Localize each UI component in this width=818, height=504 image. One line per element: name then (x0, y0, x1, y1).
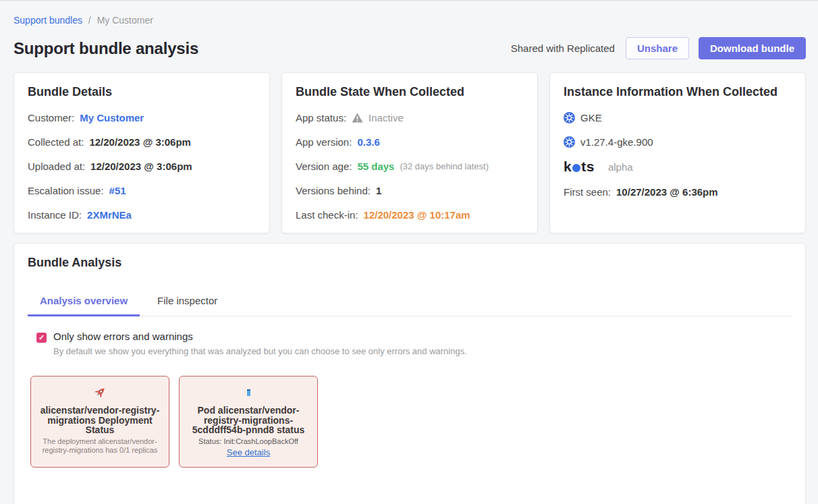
warning-icon (352, 113, 363, 123)
kots-channel: alpha (608, 161, 633, 173)
last-checkin-value: 12/20/2023 @ 10:17am (364, 209, 470, 221)
k8s-version-row: v1.27.4-gke.900 (564, 136, 792, 148)
app-status-value: Inactive (369, 112, 404, 123)
analyzer-results: alicenstar/vendor-registry-migrations De… (30, 376, 792, 468)
analyzer-description: The deployment alicenstar/vendor-registr… (39, 437, 161, 454)
checkmark-icon: ✓ (38, 333, 45, 342)
app-status-row: App status: Inactive (296, 112, 524, 123)
tab-file-inspector[interactable]: File inspector (145, 288, 229, 316)
filter-label[interactable]: Only show errors and warnings (53, 331, 467, 342)
instance-info-title: Instance Information When Collected (564, 85, 792, 99)
k8s-version-value: v1.27.4-gke.900 (580, 136, 653, 148)
analyzer-title: Pod alicenstar/vendor-registry-migration… (188, 405, 309, 435)
distribution-value: GKE (580, 112, 602, 123)
breadcrumb-current: My Customer (97, 15, 153, 26)
instance-info-card: Instance Information When Collected (549, 72, 806, 233)
page-title: Support bundle analysis (13, 39, 198, 58)
distribution-row: GKE (564, 112, 792, 123)
escalation-issue-link[interactable]: #51 (109, 185, 126, 196)
first-seen-row: First seen: 10/27/2023 @ 6:36pm (564, 186, 792, 198)
page-header: Support bundle analysis Shared with Repl… (13, 37, 806, 59)
filter-description: By default we show you everything that w… (53, 346, 467, 356)
errors-warnings-checkbox[interactable]: ✓ (36, 333, 47, 343)
bundle-state-title: Bundle State When Collected (296, 85, 524, 99)
analyzer-title: alicenstar/vendor-registry-migrations De… (39, 405, 161, 435)
see-details-link[interactable]: See details (227, 447, 270, 457)
versions-behind-value: 1 (376, 185, 381, 196)
version-age-value: 55 days (357, 161, 394, 172)
collected-at-value: 12/20/2023 @ 3:06pm (89, 136, 191, 148)
analyzer-card-deployment-status[interactable]: alicenstar/vendor-registry-migrations De… (30, 376, 169, 468)
kots-logo-o-icon (572, 164, 580, 172)
uploaded-at-value: 12/20/2023 @ 3:06pm (90, 161, 192, 172)
kubernetes-icon (564, 136, 575, 148)
header-actions: Shared with Replicated Unshare Download … (511, 37, 806, 59)
app-version-link[interactable]: 0.3.6 (357, 136, 379, 148)
instance-id-row: Instance ID: 2XMrNEa (28, 209, 256, 221)
tab-analysis-overview[interactable]: Analysis overview (28, 288, 140, 316)
app-version-row: App version: 0.3.6 (296, 136, 524, 148)
breadcrumb-separator: / (88, 15, 91, 26)
last-checkin-row: Last check-in: 12/20/2023 @ 10:17am (296, 209, 524, 221)
analysis-tabs: Analysis overview File inspector (28, 288, 792, 316)
analyzer-status: Status: Init:CrashLoopBackOff (188, 437, 309, 445)
collected-at-row: Collected at: 12/20/2023 @ 3:06pm (28, 136, 256, 148)
unshare-button[interactable]: Unshare (626, 37, 689, 59)
bundle-details-title: Bundle Details (28, 85, 256, 99)
bundle-state-card: Bundle State When Collected App status: … (281, 72, 538, 233)
versions-behind-row: Versions behind: 1 (296, 185, 524, 196)
instance-id-link[interactable]: 2XMrNEa (87, 209, 132, 221)
shared-status-text: Shared with Replicated (511, 43, 615, 54)
escalation-issue-row: Escalation issue: #51 (28, 185, 256, 196)
rocket-icon (39, 384, 161, 401)
customer-link[interactable]: My Customer (80, 112, 144, 123)
version-age-note: (32 days behind latest) (400, 161, 489, 171)
breadcrumb: Support bundles / My Customer (13, 1, 806, 26)
bundle-analysis-card: Bundle Analysis Analysis overview File i… (13, 243, 806, 504)
support-bundle-analysis-page: Support bundles / My Customer Support bu… (0, 1, 818, 504)
bundle-details-card: Bundle Details Customer: My Customer Col… (13, 72, 270, 233)
breadcrumb-support-bundles-link[interactable]: Support bundles (13, 15, 82, 26)
version-age-row: Version age: 55 days (32 days behind lat… (296, 161, 524, 172)
customer-row: Customer: My Customer (28, 112, 256, 123)
first-seen-value: 10/27/2023 @ 6:36pm (616, 186, 718, 198)
kots-row: kts alpha (564, 159, 792, 175)
pod-icon (188, 384, 309, 401)
filter-row: ✓ Only show errors and warnings By defau… (36, 331, 792, 356)
analyzer-card-pod-status[interactable]: Pod alicenstar/vendor-registry-migration… (179, 376, 318, 468)
kots-logo: kts (564, 159, 595, 175)
summary-cards-row: Bundle Details Customer: My Customer Col… (13, 72, 806, 233)
uploaded-at-row: Uploaded at: 12/20/2023 @ 3:06pm (28, 161, 256, 172)
download-bundle-button[interactable]: Download bundle (699, 37, 806, 59)
bundle-analysis-title: Bundle Analysis (28, 256, 792, 270)
kubernetes-icon (564, 112, 575, 123)
